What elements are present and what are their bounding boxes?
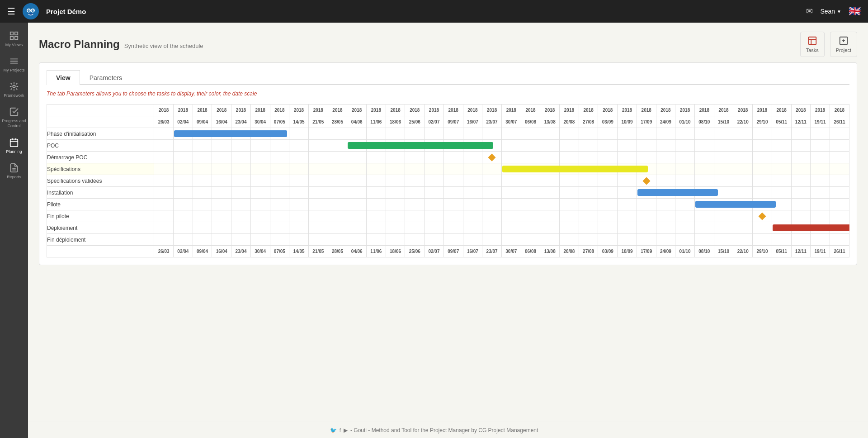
gantt-year-header: 2018 (675, 105, 695, 116)
gantt-cell (212, 175, 231, 187)
sidebar-item-framework[interactable]: Framework (0, 77, 28, 102)
gantt-year-header: 2018 (560, 105, 579, 116)
gantt-cell (347, 152, 367, 163)
gantt-date-footer: 10/09 (618, 246, 637, 257)
gantt-cell (598, 234, 618, 246)
project-button[interactable]: Project (830, 32, 857, 57)
gantt-milestone (758, 212, 766, 220)
gantt-cell (463, 210, 482, 222)
gantt-cell (347, 128, 367, 140)
facebook-icon[interactable]: f (340, 427, 341, 433)
navbar: ☰ Projet Démo ✉ Sean ▼ 🇬🇧 (0, 0, 868, 23)
gantt-cell (405, 163, 425, 175)
gantt-container[interactable]: 2018201820182018201820182018201820182018… (47, 104, 849, 257)
gantt-cell (405, 152, 425, 163)
gantt-cell (791, 210, 811, 222)
gantt-cell (714, 140, 733, 152)
gantt-cell (675, 234, 695, 246)
gantt-cell (174, 140, 193, 152)
gantt-cell (637, 234, 656, 246)
sidebar-item-reports[interactable]: Reports (0, 158, 28, 184)
tasks-button[interactable]: Tasks (800, 32, 825, 57)
gantt-cell (540, 234, 560, 246)
gantt-date-footer: 24/09 (656, 246, 675, 257)
sidebar-item-progress[interactable]: Progress and Control (0, 102, 28, 133)
gantt-year-header: 2018 (154, 105, 174, 116)
gantt-cell (443, 199, 463, 210)
gantt-date-footer: 11/06 (367, 246, 386, 257)
gantt-row-label: Fin déploiement (47, 234, 154, 246)
gantt-cell (289, 234, 309, 246)
gantt-cell (482, 175, 502, 187)
gantt-cell (328, 187, 347, 199)
gantt-cell (270, 222, 289, 234)
gantt-cell (637, 210, 656, 222)
gantt-cell (308, 152, 328, 163)
tasks-label: Tasks (806, 48, 819, 53)
sidebar-item-my-views[interactable]: My Views (0, 26, 28, 52)
gantt-year-header: 2018 (540, 105, 560, 116)
gantt-cell (694, 140, 714, 152)
page-header: Macro Planning Synthetic view of the sch… (39, 32, 857, 57)
gantt-cell (193, 175, 212, 187)
gantt-date-header: 17/09 (637, 116, 656, 128)
gantt-cell (540, 175, 560, 187)
gantt-cell (579, 175, 598, 187)
mail-icon[interactable]: ✉ (806, 6, 813, 16)
gantt-date-footer: 27/08 (579, 246, 598, 257)
menu-icon[interactable]: ☰ (7, 6, 15, 17)
gantt-cell (791, 128, 811, 140)
user-menu[interactable]: Sean ▼ (820, 8, 841, 15)
page-subtitle: Synthetic view of the schedule (124, 43, 203, 49)
gantt-row-label: POC (47, 140, 154, 152)
project-label: Project (836, 48, 851, 53)
gantt-cell (560, 187, 579, 199)
gantt-cell (753, 152, 772, 163)
gantt-date-header: 20/08 (560, 116, 579, 128)
gantt-cell (772, 210, 791, 222)
gantt-row-label: Déploiement (47, 222, 154, 234)
twitter-icon[interactable]: 🐦 (330, 427, 337, 433)
gantt-date-footer: 02/07 (425, 246, 444, 257)
gantt-cell (443, 163, 463, 175)
gantt-cell (618, 152, 637, 163)
gantt-cell (482, 234, 502, 246)
youtube-icon[interactable]: ▶ (344, 427, 348, 433)
gantt-cell (212, 152, 231, 163)
gantt-cell (791, 163, 811, 175)
gantt-milestone (488, 153, 496, 161)
gantt-cell (694, 163, 714, 175)
gantt-year-header: 2018 (212, 105, 231, 116)
gantt-cell (753, 128, 772, 140)
gantt-cell (174, 234, 193, 246)
gantt-cell (328, 234, 347, 246)
gantt-cell (386, 210, 405, 222)
gantt-date-footer: 17/09 (637, 246, 656, 257)
gantt-cell (733, 163, 753, 175)
gantt-cell (579, 199, 598, 210)
gantt-cell (675, 152, 695, 163)
gantt-cell (772, 175, 791, 187)
sidebar-item-planning[interactable]: Planning (0, 133, 28, 158)
gantt-cell (830, 234, 849, 246)
gantt-bar (348, 142, 493, 149)
content-card: View Parameters The tab Parameters allow… (39, 62, 857, 265)
gantt-cell (482, 210, 502, 222)
gantt-cell (540, 187, 560, 199)
gantt-bar (773, 224, 849, 231)
sidebar-label-reports: Reports (7, 175, 21, 179)
gantt-cell (733, 234, 753, 246)
gantt-cell (367, 199, 386, 210)
app-logo (23, 3, 39, 19)
gantt-cell (501, 222, 521, 234)
flag-uk[interactable]: 🇬🇧 (849, 6, 861, 16)
gantt-cell (791, 234, 811, 246)
gantt-cell (212, 163, 231, 175)
svg-point-12 (13, 85, 15, 88)
gantt-cell (308, 199, 328, 210)
sidebar-item-my-projects[interactable]: My Projects (0, 52, 28, 77)
gantt-cell (154, 210, 174, 222)
tab-parameters[interactable]: Parameters (80, 70, 132, 85)
gantt-cell (328, 163, 347, 175)
tab-view[interactable]: View (47, 70, 80, 85)
